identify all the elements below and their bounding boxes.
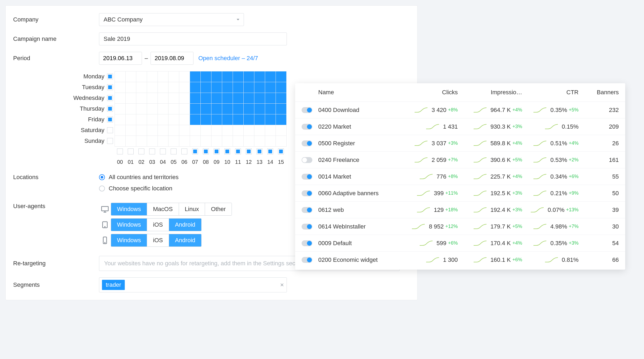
- scheduler-cell[interactable]: [115, 93, 126, 104]
- scheduler-day-checkbox[interactable]: [107, 84, 113, 90]
- scheduler-cell[interactable]: [201, 104, 211, 114]
- scheduler-day-checkbox[interactable]: [107, 117, 113, 122]
- ua-desktop-btn-macos[interactable]: MacOS: [147, 203, 179, 215]
- ua-desktop-btn-linux[interactable]: Linux: [179, 203, 205, 215]
- campaign-name-input[interactable]: [99, 32, 287, 45]
- scheduler-cell[interactable]: [276, 93, 287, 104]
- scheduler-cell[interactable]: [211, 71, 222, 82]
- scheduler-hour-checkbox[interactable]: [171, 148, 177, 154]
- col-header-banners[interactable]: Banners: [579, 89, 619, 96]
- row-toggle[interactable]: [302, 240, 312, 246]
- scheduler-cell[interactable]: [265, 93, 276, 104]
- scheduler-cell[interactable]: [254, 125, 265, 136]
- scheduler-cell[interactable]: [169, 104, 179, 114]
- ua-mobile-btn-ios[interactable]: iOS: [147, 234, 169, 246]
- scheduler-hour-checkbox[interactable]: [181, 148, 187, 154]
- scheduler-cell[interactable]: [244, 114, 254, 125]
- scheduler-cell[interactable]: [222, 71, 233, 82]
- scheduler-hour-checkbox[interactable]: [224, 148, 230, 154]
- scheduler-hour-checkbox[interactable]: [117, 148, 123, 154]
- scheduler-cell[interactable]: [190, 104, 201, 114]
- ua-desktop-btn-other[interactable]: Other: [205, 203, 232, 215]
- scheduler-cell[interactable]: [233, 114, 244, 125]
- scheduler-cell[interactable]: [115, 71, 126, 82]
- scheduler-cell[interactable]: [254, 82, 265, 93]
- scheduler-cell[interactable]: [158, 114, 169, 125]
- scheduler-cell[interactable]: [265, 104, 276, 114]
- row-toggle[interactable]: [302, 257, 312, 263]
- scheduler-cell[interactable]: [115, 114, 126, 125]
- col-header-clicks[interactable]: Clicks: [393, 89, 458, 96]
- scheduler-cell[interactable]: [147, 114, 158, 125]
- scheduler-cell[interactable]: [126, 114, 136, 125]
- row-name[interactable]: 0009 Default: [318, 240, 393, 247]
- scheduler-cell[interactable]: [233, 71, 244, 82]
- row-name[interactable]: 0614 WebInstaller: [318, 223, 393, 230]
- row-name[interactable]: 0612 web: [318, 206, 393, 213]
- scheduler-cell[interactable]: [136, 71, 147, 82]
- scheduler-cell[interactable]: [169, 71, 179, 82]
- scheduler-cell[interactable]: [276, 114, 287, 125]
- scheduler-day-checkbox[interactable]: [107, 106, 113, 112]
- scheduler-cell[interactable]: [169, 136, 179, 147]
- scheduler-cell[interactable]: [276, 82, 287, 93]
- scheduler-cell[interactable]: [169, 93, 179, 104]
- scheduler-cell[interactable]: [201, 125, 211, 136]
- scheduler-cell[interactable]: [179, 104, 190, 114]
- scheduler-hour-checkbox[interactable]: [246, 148, 252, 154]
- scheduler-cell[interactable]: [158, 82, 169, 93]
- scheduler-hour-checkbox[interactable]: [214, 148, 219, 154]
- scheduler-day-checkbox[interactable]: [107, 74, 113, 79]
- scheduler-cell[interactable]: [115, 125, 126, 136]
- scheduler-hour-checkbox[interactable]: [267, 148, 273, 154]
- scheduler-cell[interactable]: [179, 82, 190, 93]
- row-toggle[interactable]: [302, 207, 312, 213]
- ua-mobile-btn-android[interactable]: Android: [169, 234, 201, 246]
- scheduler-cell[interactable]: [136, 136, 147, 147]
- scheduler-cell[interactable]: [276, 125, 287, 136]
- scheduler-cell[interactable]: [254, 104, 265, 114]
- scheduler-cell[interactable]: [254, 93, 265, 104]
- scheduler-cell[interactable]: [126, 104, 136, 114]
- scheduler-cell[interactable]: [265, 71, 276, 82]
- scheduler-cell[interactable]: [158, 104, 169, 114]
- scheduler-cell[interactable]: [222, 82, 233, 93]
- ua-tablet-btn-windows[interactable]: Windows: [111, 219, 147, 231]
- scheduler-cell[interactable]: [201, 136, 211, 147]
- company-select[interactable]: ABC Company: [99, 13, 244, 26]
- scheduler-cell[interactable]: [136, 82, 147, 93]
- scheduler-cell[interactable]: [147, 93, 158, 104]
- scheduler-cell[interactable]: [222, 136, 233, 147]
- scheduler-cell[interactable]: [115, 82, 126, 93]
- scheduler-cell[interactable]: [179, 114, 190, 125]
- scheduler-cell[interactable]: [147, 104, 158, 114]
- scheduler-hour-checkbox[interactable]: [160, 148, 166, 154]
- scheduler-cell[interactable]: [179, 125, 190, 136]
- period-to-input[interactable]: [151, 52, 193, 65]
- scheduler-cell[interactable]: [158, 93, 169, 104]
- scheduler-cell[interactable]: [244, 71, 254, 82]
- close-icon[interactable]: ×: [280, 281, 284, 289]
- scheduler-cell[interactable]: [201, 93, 211, 104]
- scheduler-cell[interactable]: [126, 136, 136, 147]
- scheduler-day-checkbox[interactable]: [107, 127, 113, 133]
- row-toggle[interactable]: [302, 224, 312, 230]
- scheduler-cell[interactable]: [211, 114, 222, 125]
- row-toggle[interactable]: [302, 124, 312, 130]
- scheduler-day-checkbox[interactable]: [107, 138, 113, 144]
- col-header-ctr[interactable]: CTR: [522, 89, 579, 96]
- row-toggle[interactable]: [302, 157, 312, 163]
- row-toggle[interactable]: [302, 190, 312, 196]
- scheduler-cell[interactable]: [126, 93, 136, 104]
- segments-input[interactable]: trader ×: [99, 277, 287, 292]
- scheduler-cell[interactable]: [222, 125, 233, 136]
- scheduler-cell[interactable]: [158, 71, 169, 82]
- scheduler-cell[interactable]: [244, 104, 254, 114]
- scheduler-hour-checkbox[interactable]: [203, 148, 209, 154]
- scheduler-cell[interactable]: [147, 71, 158, 82]
- scheduler-cell[interactable]: [222, 114, 233, 125]
- row-toggle[interactable]: [302, 140, 312, 146]
- row-name[interactable]: 0500 Register: [318, 140, 393, 147]
- row-name[interactable]: 0220 Market: [318, 123, 393, 130]
- scheduler-cell[interactable]: [244, 82, 254, 93]
